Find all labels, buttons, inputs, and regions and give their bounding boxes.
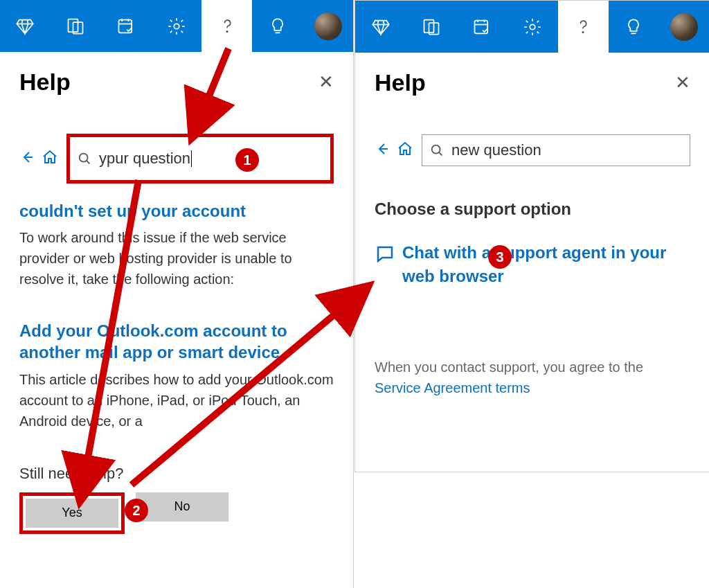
topbar bbox=[355, 1, 709, 53]
svg-point-5 bbox=[80, 154, 88, 162]
yes-button-highlight: Yes bbox=[19, 492, 125, 534]
svg-rect-8 bbox=[474, 20, 487, 33]
svg-point-3 bbox=[174, 24, 179, 28]
footer-note: When you contact support, you agree to t… bbox=[375, 357, 690, 398]
back-icon[interactable] bbox=[375, 141, 391, 160]
search-icon bbox=[429, 143, 445, 158]
search-input[interactable]: ypur question bbox=[66, 134, 334, 184]
annotation-1: 1 bbox=[235, 148, 259, 172]
annotation-2: 2 bbox=[125, 499, 148, 522]
svg-point-4 bbox=[226, 30, 227, 31]
article-title: couldn't set up your account bbox=[19, 200, 334, 222]
page-title: Help bbox=[375, 69, 426, 96]
svg-point-10 bbox=[582, 31, 583, 32]
svg-rect-2 bbox=[119, 19, 132, 33]
still-need-help-label: Still need help? bbox=[19, 465, 334, 483]
svg-point-11 bbox=[432, 145, 440, 154]
gear-icon[interactable] bbox=[507, 1, 557, 53]
back-icon[interactable] bbox=[19, 149, 36, 168]
home-icon[interactable] bbox=[397, 141, 413, 160]
help-article[interactable]: Add your Outlook.com account to another … bbox=[19, 320, 334, 431]
panel-body: Help ✕ new question Choose a support opt… bbox=[355, 53, 709, 398]
notes-icon[interactable] bbox=[406, 1, 456, 53]
close-icon[interactable]: ✕ bbox=[675, 72, 690, 93]
calendar-check-icon[interactable] bbox=[456, 1, 507, 53]
close-icon[interactable]: ✕ bbox=[318, 71, 334, 93]
help-panel-left: Help ✕ ypur question couldn't set up you… bbox=[0, 0, 354, 588]
diamond-icon[interactable] bbox=[355, 1, 406, 53]
avatar[interactable] bbox=[659, 1, 709, 53]
yes-button[interactable]: Yes bbox=[26, 499, 118, 528]
search-value: new question bbox=[451, 141, 541, 159]
diamond-icon[interactable] bbox=[0, 0, 51, 52]
gear-icon[interactable] bbox=[152, 0, 202, 52]
help-panel-right: Help ✕ new question Choose a support opt… bbox=[354, 0, 709, 472]
article-body: This article describes how to add your O… bbox=[19, 369, 334, 431]
service-agreement-link[interactable]: Service Agreement terms bbox=[375, 380, 530, 395]
no-button[interactable]: No bbox=[136, 492, 228, 522]
avatar[interactable] bbox=[303, 0, 353, 52]
calendar-check-icon[interactable] bbox=[101, 0, 152, 52]
annotation-3: 3 bbox=[488, 245, 512, 269]
svg-point-9 bbox=[530, 24, 535, 29]
lightbulb-icon[interactable] bbox=[609, 1, 659, 53]
search-value: ypur question bbox=[99, 150, 190, 168]
chat-support-link[interactable]: Chat with a support agent in your web br… bbox=[375, 241, 690, 287]
search-icon bbox=[77, 151, 92, 166]
panel-body: Help ✕ ypur question couldn't set up you… bbox=[0, 52, 353, 534]
lightbulb-icon[interactable] bbox=[252, 0, 303, 52]
still-need-help: Still need help? Yes No bbox=[19, 465, 334, 534]
page-title: Help bbox=[19, 69, 71, 96]
notes-icon[interactable] bbox=[51, 0, 101, 52]
search-input[interactable]: new question bbox=[422, 134, 690, 166]
section-title: Choose a support option bbox=[375, 199, 690, 219]
help-article[interactable]: couldn't set up your account To work aro… bbox=[19, 200, 334, 289]
article-body: To work around this issue if the web ser… bbox=[19, 227, 334, 289]
help-icon[interactable] bbox=[558, 1, 609, 53]
chat-icon bbox=[375, 244, 395, 265]
article-title: Add your Outlook.com account to another … bbox=[19, 320, 334, 363]
home-icon[interactable] bbox=[42, 149, 58, 168]
help-icon[interactable] bbox=[201, 0, 252, 52]
chat-link-text: Chat with a support agent in your web br… bbox=[402, 241, 690, 287]
topbar bbox=[0, 0, 353, 52]
